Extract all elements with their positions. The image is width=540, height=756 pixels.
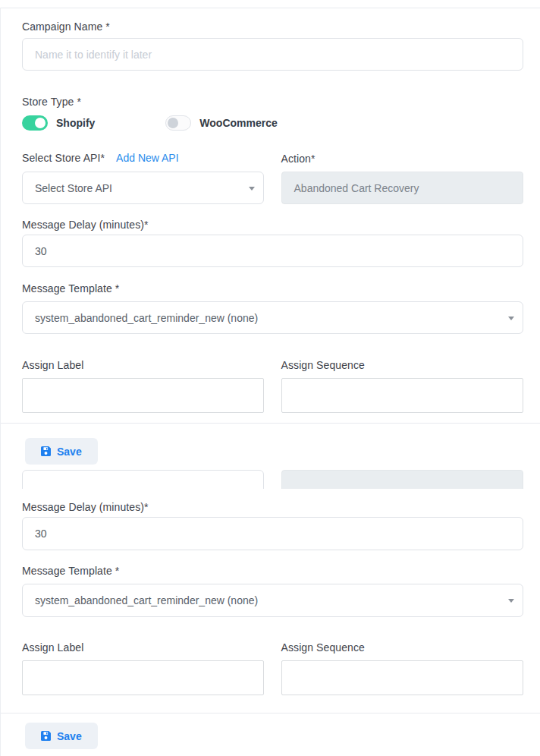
save-button[interactable]: Save xyxy=(25,723,98,749)
select-store-api-dropdown-clipped[interactable] xyxy=(22,470,264,489)
message-template-dropdown[interactable]: system_abandoned_cart_reminder_new (none… xyxy=(22,301,523,334)
chevron-down-icon xyxy=(249,187,255,191)
save-button-label: Save xyxy=(57,446,82,458)
save-floppy-icon xyxy=(41,446,51,456)
store-type-label: Store Type * xyxy=(22,96,523,107)
select-store-api-value: Select Store API xyxy=(35,182,112,194)
select-store-api-label: Select Store API* xyxy=(22,153,105,163)
store-type-toggles: Shopify WooCommerce xyxy=(22,115,523,131)
campaign-forms-page: Campaign Name * Store Type * Shopify Woo… xyxy=(0,8,540,756)
toggle-knob xyxy=(168,118,178,128)
save-button-label: Save xyxy=(57,730,82,742)
assign-label-input[interactable] xyxy=(22,378,264,413)
campaign-name-input[interactable] xyxy=(22,38,523,71)
shopify-toggle-label: Shopify xyxy=(56,117,95,129)
message-template-dropdown[interactable]: system_abandoned_cart_reminder_new (none… xyxy=(22,584,523,617)
campaign-form-bottom: Message Delay (minutes)* Message Templat… xyxy=(22,470,523,749)
assign-field-row xyxy=(22,660,523,695)
save-button[interactable]: Save xyxy=(25,438,98,465)
action-field: Abandoned Cart Recovery xyxy=(281,172,523,204)
api-action-field-row: Select Store API Abandoned Cart Recovery xyxy=(22,172,523,204)
woocommerce-toggle-label: WooCommerce xyxy=(199,117,277,129)
api-action-label-row: Select Store API* Add New API Action* xyxy=(22,152,523,165)
clipped-field-row xyxy=(22,470,523,489)
assign-label-row: Assign Label Assign Sequence xyxy=(22,360,523,370)
assign-label-input[interactable] xyxy=(22,660,264,695)
campaign-name-label: Campaign Name * xyxy=(22,21,523,32)
assign-sequence-label: Assign Sequence xyxy=(281,642,524,653)
section-divider xyxy=(1,423,540,424)
message-template-value: system_abandoned_cart_reminder_new (none… xyxy=(35,594,258,606)
toggle-knob xyxy=(35,118,46,128)
chevron-down-icon xyxy=(508,599,514,603)
action-label: Action* xyxy=(281,153,316,165)
section-divider xyxy=(1,713,540,713)
message-template-value: system_abandoned_cart_reminder_new (none… xyxy=(35,312,258,324)
top-divider xyxy=(1,8,540,8)
assign-sequence-label: Assign Sequence xyxy=(281,360,524,370)
message-template-label: Message Template * xyxy=(22,565,523,576)
assign-label-label: Assign Label xyxy=(22,360,264,370)
assign-label-label: Assign Label xyxy=(22,642,264,653)
woocommerce-toggle[interactable] xyxy=(165,115,191,131)
message-delay-input[interactable] xyxy=(22,517,523,550)
message-template-label: Message Template * xyxy=(22,283,523,294)
action-field-clipped xyxy=(281,470,524,489)
select-store-api-dropdown[interactable]: Select Store API xyxy=(22,172,264,204)
campaign-form-top: Campaign Name * Store Type * Shopify Woo… xyxy=(1,21,540,749)
save-floppy-icon xyxy=(41,731,51,741)
message-delay-label: Message Delay (minutes)* xyxy=(22,502,523,512)
assign-sequence-input[interactable] xyxy=(281,660,524,695)
message-delay-label: Message Delay (minutes)* xyxy=(22,219,523,230)
action-value: Abandoned Cart Recovery xyxy=(294,182,419,194)
assign-label-row: Assign Label Assign Sequence xyxy=(22,642,523,653)
chevron-down-icon xyxy=(508,317,514,320)
assign-sequence-input[interactable] xyxy=(281,378,524,413)
add-new-api-link[interactable]: Add New API xyxy=(116,152,179,164)
message-delay-input[interactable] xyxy=(22,235,523,267)
shopify-toggle[interactable] xyxy=(22,115,48,131)
assign-field-row xyxy=(22,378,523,413)
